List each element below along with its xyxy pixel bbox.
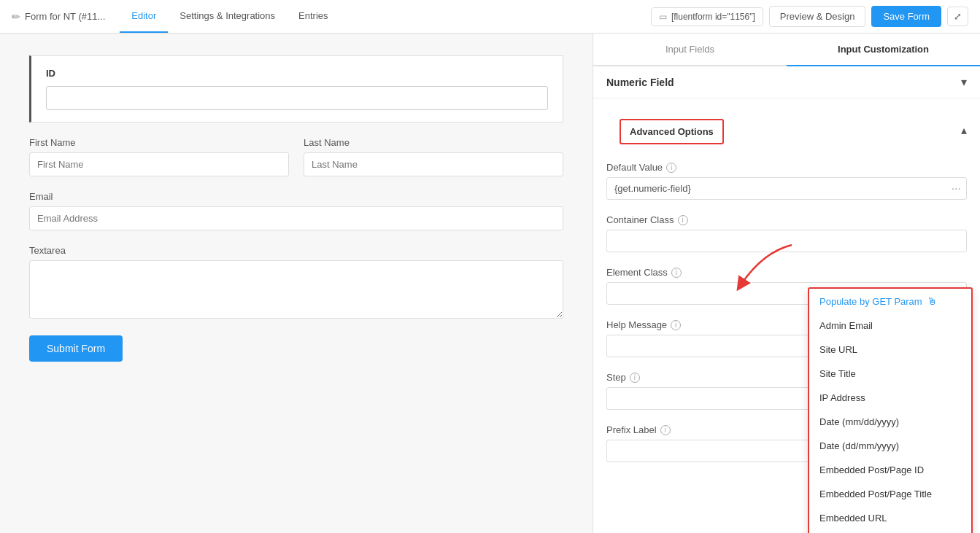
right-panel-tabs: Input Fields Input Customization [593, 34, 980, 66]
advanced-options-label: Advanced Options [630, 126, 714, 137]
id-label: ID [46, 68, 548, 79]
cursor-icon: 🖱 [927, 295, 937, 307]
advanced-options-box[interactable]: Advanced Options [620, 119, 724, 144]
last-name-col: Last Name [304, 137, 563, 176]
element-class-info-icon: i [671, 268, 682, 278]
name-row: First Name Last Name [29, 137, 563, 176]
tab-entries[interactable]: Entries [287, 0, 339, 33]
dropdown-item-populate-get-param[interactable]: Populate by GET Param 🖱 [809, 289, 971, 314]
advanced-options-chevron-up: ▴ [961, 123, 967, 137]
nav-tabs: Editor Settings & Integrations Entries [120, 0, 651, 33]
default-value-info-icon: i [666, 163, 676, 173]
container-class-info-icon: i [678, 215, 688, 225]
email-section: Email [29, 191, 563, 230]
form-title-text: Form for NT (#11... [25, 11, 105, 22]
expand-button[interactable]: ⤢ [947, 7, 968, 26]
textarea-label: Textarea [29, 245, 563, 256]
dropdown-item-admin-email[interactable]: Admin Email [809, 314, 971, 338]
dropdown-item-site-title[interactable]: Site Title [809, 362, 971, 386]
dropdown-item-ip-address[interactable]: IP Address [809, 386, 971, 410]
shortcode-text: [fluentform id="1156"] [671, 12, 755, 22]
default-value-input-wrapper: ··· [606, 177, 967, 200]
right-panel: Input Fields Input Customization Numeric… [593, 34, 980, 533]
tab-settings[interactable]: Settings & Integrations [168, 0, 287, 33]
numeric-field-title: Numeric Field [606, 77, 674, 88]
form-editor-panel: ID First Name Last Name Email Textarea S… [0, 34, 593, 533]
element-class-label: Element Class i [606, 267, 967, 278]
last-name-input[interactable] [304, 152, 563, 176]
preview-design-button[interactable]: Preview & Design [769, 6, 866, 27]
default-value-label: Default Value i [606, 162, 967, 173]
dropdown-item-date-dmy[interactable]: Date (dd/mm/yyyy) [809, 434, 971, 458]
dropdown-item-http-referer[interactable]: HTTP Referer URL [809, 530, 971, 533]
prefix-label-info-icon: i [660, 425, 671, 435]
numeric-field-chevron: ▾ [961, 75, 967, 89]
shortcode-display[interactable]: ▭ [fluentform id="1156"] [651, 7, 763, 26]
form-title: ✏ Form for NT (#11... [12, 11, 105, 23]
dropdown-item-post-page-title[interactable]: Embedded Post/Page Title [809, 482, 971, 506]
advanced-options-row: Advanced Options ▴ [593, 98, 980, 155]
dropdown-item-embedded-url[interactable]: Embedded URL [809, 506, 971, 530]
bracket-icon: ▭ [659, 12, 667, 22]
main-layout: ID First Name Last Name Email Textarea S… [0, 34, 980, 533]
default-value-input[interactable] [606, 177, 967, 200]
save-form-button[interactable]: Save Form [871, 6, 941, 27]
first-name-input[interactable] [29, 152, 289, 176]
first-name-col: First Name [29, 137, 289, 176]
textarea-input[interactable] [29, 260, 563, 319]
default-value-dots-button[interactable]: ··· [952, 182, 961, 195]
first-name-label: First Name [29, 137, 289, 148]
tab-input-fields[interactable]: Input Fields [593, 34, 787, 66]
top-navigation: ✏ Form for NT (#11... Editor Settings & … [0, 0, 980, 34]
id-input[interactable] [46, 86, 548, 110]
tab-editor[interactable]: Editor [120, 0, 168, 33]
container-class-input[interactable] [606, 230, 967, 252]
default-value-dropdown: Populate by GET Param 🖱 Admin Email Site… [808, 287, 973, 533]
container-class-field: Container Class i [593, 207, 980, 260]
dropdown-item-date-mdy[interactable]: Date (mm/dd/yyyy) [809, 410, 971, 434]
id-field-section: ID [29, 55, 563, 122]
step-info-icon: i [630, 373, 640, 383]
textarea-section: Textarea [29, 245, 563, 321]
pencil-icon: ✏ [12, 11, 20, 23]
numeric-field-header[interactable]: Numeric Field ▾ [593, 66, 980, 98]
email-label: Email [29, 191, 563, 202]
default-value-field: Default Value i ··· [593, 155, 980, 207]
help-message-info-icon: i [671, 320, 681, 330]
tab-input-customization[interactable]: Input Customization [787, 34, 980, 66]
dropdown-item-site-url[interactable]: Site URL [809, 338, 971, 362]
submit-form-button[interactable]: Submit Form [29, 335, 123, 362]
dropdown-item-post-page-id[interactable]: Embedded Post/Page ID [809, 458, 971, 482]
nav-right-actions: ▭ [fluentform id="1156"] Preview & Desig… [651, 6, 968, 27]
last-name-label: Last Name [304, 137, 563, 148]
container-class-label: Container Class i [606, 214, 967, 225]
email-input[interactable] [29, 206, 563, 230]
